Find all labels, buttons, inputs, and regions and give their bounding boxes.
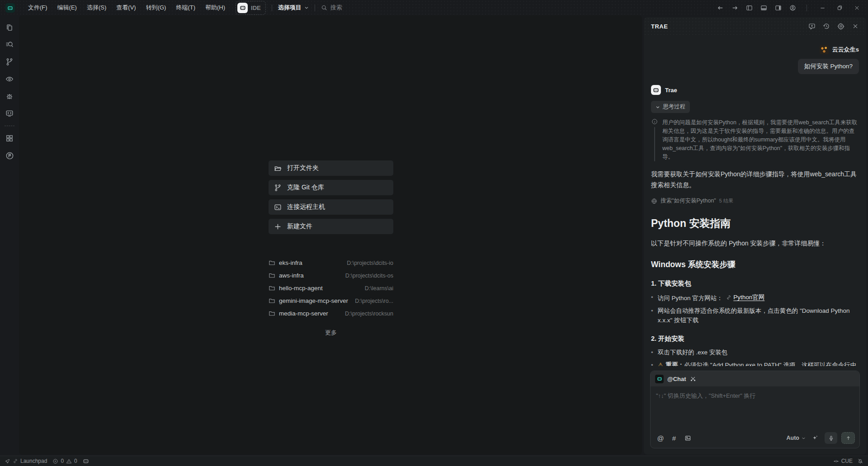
window-minimize-button[interactable] [815, 2, 830, 14]
menu-edit[interactable]: 编辑(E) [52, 2, 82, 14]
clone-git-repo-button[interactable]: 克隆 Git 仓库 [269, 180, 393, 195]
folder-icon [269, 259, 275, 266]
ide-mode-toggle[interactable]: IDE [236, 1, 266, 15]
assistant-name: Trae [665, 87, 677, 94]
recent-project-row[interactable]: gemini-image-mcp-server D:\projects\ro..… [269, 297, 393, 305]
project-name: aws-infra [279, 272, 304, 279]
model-auto-selector[interactable]: Auto [787, 435, 806, 441]
project-path: D:\learns\ai [365, 285, 393, 292]
project-selector-label: 选择项目 [278, 4, 302, 12]
preview-eye-icon[interactable] [2, 71, 17, 88]
list-item: • 访问 Python 官方网站： Python官网 [651, 292, 859, 303]
answer-h3-install: 2. 开始安装 [651, 334, 859, 343]
context-hash-icon[interactable]: # [669, 433, 679, 443]
remote-window-icon[interactable] [2, 105, 17, 122]
open-folder-label: 打开文件夹 [287, 164, 319, 172]
web-search-result-row[interactable]: 搜索"如何安装Python" 5 结果 [651, 197, 859, 205]
project-path: D:\projects\dcits-os [345, 273, 393, 279]
toggle-left-sidebar-button[interactable] [743, 2, 755, 14]
global-search[interactable]: 搜索 [321, 4, 342, 12]
menu-terminal[interactable]: 终端(T) [171, 2, 200, 14]
extensions-grid-icon[interactable] [2, 130, 17, 147]
debug-bug-icon[interactable] [2, 88, 17, 105]
project-path: D:\projects\rocksun [345, 311, 393, 317]
trae-robot-icon [651, 85, 661, 95]
launchpad-status[interactable]: Launchpad [5, 458, 47, 464]
titlebar-separator [272, 5, 272, 11]
bullet-text: 必须勾选 "Add Python.exe to PATH" 选项，这样可以在命令… [658, 362, 857, 367]
python-website-link[interactable]: Python官网 [726, 292, 764, 302]
assistant-intro-text: 我需要获取关于如何安装Python的详细步骤指导，将使用web_search工具… [651, 169, 859, 190]
launchpad-circle-icon[interactable] [2, 147, 17, 164]
account-icon[interactable] [786, 2, 799, 14]
mention-at-icon[interactable]: @ [655, 433, 666, 443]
attach-image-icon[interactable] [682, 433, 693, 443]
new-file-button[interactable]: 新建文件 [269, 219, 393, 234]
project-selector[interactable]: 选择项目 [278, 4, 309, 12]
notifications-muted-bell-icon[interactable] [857, 458, 863, 464]
search-icon [321, 5, 327, 11]
trae-chat-panel: TRAE 云云众生s 如何安装 Python? [644, 17, 866, 455]
project-name: hello-mcp-agent [279, 285, 323, 292]
tools-icon[interactable] [690, 376, 696, 382]
thinking-toggle[interactable]: 思考过程 [651, 101, 690, 113]
menu-file[interactable]: 文件(F) [23, 2, 52, 14]
rocket-icon [5, 458, 10, 464]
toggle-right-sidebar-button[interactable] [772, 2, 784, 14]
sparkle-enhance-icon[interactable] [810, 433, 821, 443]
list-item: • 双击下载好的 .exe 安装包 [651, 348, 859, 357]
thinking-gutter-line [654, 127, 655, 161]
source-control-icon[interactable] [2, 53, 17, 71]
project-path: D:\projects\ro... [355, 298, 393, 304]
chat-settings-gear-icon[interactable] [835, 21, 846, 32]
user-name: 云云众生s [832, 46, 859, 54]
editor-welcome-area: 打开文件夹 克隆 Git 仓库 连接远程主机 新建文件 eks-infra D:… [19, 15, 642, 455]
composer-mode-bar[interactable]: @Chat [651, 371, 859, 386]
menu-selection[interactable]: 选择(S) [82, 2, 111, 14]
status-bar: Launchpad 0 0 CUE [0, 456, 868, 466]
warning-triangle-icon [66, 458, 72, 464]
window-restore-button[interactable] [832, 2, 847, 14]
recent-project-row[interactable]: eks-infra D:\projects\dcits-io [269, 259, 393, 267]
window-close-button[interactable] [849, 2, 864, 14]
connect-remote-host-button[interactable]: 连接远程主机 [269, 199, 393, 215]
git-branch-icon [274, 184, 282, 192]
bullet-text: 双击下载好的 .exe 安装包 [658, 348, 728, 357]
robot-status-icon[interactable] [83, 458, 89, 464]
chat-message-list: 云云众生s 如何安装 Python? Trae 思考过程 用户的问题是如何安装P… [644, 35, 866, 366]
send-button[interactable] [841, 432, 855, 444]
chat-close-button[interactable] [850, 21, 861, 32]
search-panel-icon[interactable] [2, 36, 17, 53]
answer-h3-download: 1. 下载安装包 [651, 279, 859, 288]
microphone-button[interactable] [825, 432, 837, 444]
recent-project-row[interactable]: hello-mcp-agent D:\learns\ai [269, 284, 393, 292]
warning-triangle-icon: ⚠ [658, 362, 663, 367]
menu-view[interactable]: 查看(V) [111, 2, 141, 14]
folder-icon [269, 272, 275, 279]
menu-help[interactable]: 帮助(H) [200, 2, 230, 14]
problems-status[interactable]: 0 0 [52, 458, 77, 464]
cue-status[interactable]: CUE [833, 458, 853, 464]
thinking-text: 用户的问题是如何安装Python，根据规则，我需要使用web_search工具来… [662, 118, 859, 161]
list-item: • ⚠ 重要：必须勾选 "Add Python.exe to PATH" 选项，… [651, 360, 859, 367]
chat-history-button[interactable] [821, 21, 832, 32]
more-link[interactable]: 更多 [269, 329, 393, 337]
activity-bar [0, 15, 19, 456]
chevron-down-icon [656, 105, 660, 109]
recent-project-row[interactable]: media-mcp-server D:\projects\rocksun [269, 309, 393, 318]
clone-git-repo-label: 克隆 Git 仓库 [287, 184, 324, 192]
open-folder-button[interactable]: 打开文件夹 [269, 160, 393, 176]
ide-label: IDE [251, 5, 261, 11]
composer-input[interactable]: "↑↓" 切换历史输入，"Shift+Enter" 换行 [656, 392, 854, 400]
chat-panel-header: TRAE [644, 17, 866, 35]
toggle-bottom-panel-button[interactable] [757, 2, 770, 14]
recent-project-row[interactable]: aws-infra D:\projects\dcits-os [269, 271, 393, 280]
explorer-icon[interactable] [2, 19, 17, 36]
bullet-text: 网站会自动推荐适合你系统的最新版本，点击黄色的 "Download Python… [658, 306, 859, 325]
warning-count: 0 [74, 458, 77, 464]
new-chat-button[interactable] [807, 21, 817, 32]
menu-goto[interactable]: 转到(G) [141, 2, 171, 14]
nav-back-button[interactable] [714, 2, 726, 14]
recent-projects-list: eks-infra D:\projects\dcits-io aws-infra… [269, 259, 393, 318]
nav-forward-button[interactable] [728, 2, 741, 14]
